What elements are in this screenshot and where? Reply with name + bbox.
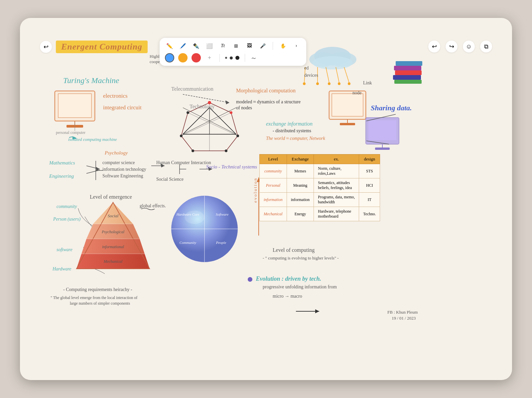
svg-line-41 [181, 113, 231, 136]
personal-computer-label: personal computer [56, 130, 85, 135]
svg-line-10 [344, 67, 349, 83]
telecom-label: Telecommunication [171, 86, 213, 92]
add-color-button[interactable]: + [205, 53, 214, 62]
modeled-dynamics-label: modeled ≈ dynamics of a structure [236, 99, 301, 105]
text-icon[interactable]: Tt [218, 41, 227, 50]
row4-level: Mechanical [260, 207, 287, 221]
hci-label: Human Computer Interaction [156, 160, 211, 165]
software-left-label: software [57, 247, 72, 252]
svg-marker-66 [315, 309, 319, 313]
grid-icon[interactable]: ⊞ [231, 41, 241, 50]
pen-icon[interactable]: 🖊️ [178, 41, 188, 50]
svg-line-50 [183, 94, 229, 103]
svg-point-3 [313, 56, 352, 69]
dot-medium[interactable] [230, 56, 233, 59]
svg-text:informational: informational [102, 245, 124, 249]
dot-small[interactable] [225, 57, 227, 59]
large-numbers-label: large numbers of simpler components [70, 301, 130, 306]
micro-macro-label: micro → macro [273, 294, 302, 299]
table-header-ex: ex. [314, 154, 359, 164]
svg-point-48 [180, 135, 183, 137]
info-table: Level Exchange ex. design community Meme… [259, 154, 380, 221]
computing-evolving-label: - " computing is evolving to higher leve… [263, 255, 339, 261]
pie-circle: Hardware Core Software Community People [170, 194, 239, 264]
psychology-label: Psychology [105, 150, 128, 156]
wave-icon[interactable]: ～ [250, 53, 257, 62]
it-label: information technology [102, 167, 146, 172]
cs-label: computer science [102, 160, 135, 165]
svg-point-49 [187, 111, 189, 114]
svg-point-7 [328, 82, 331, 85]
fb-credit-label: FB : Khun Pleum [387, 310, 418, 315]
global-emerge-label: " The global level emerge from the local… [51, 295, 137, 300]
svg-text:Psychological: Psychological [101, 230, 125, 234]
row3-ex: Programs, data, memo, bandwidth [314, 193, 359, 207]
marker-icon[interactable]: ✒️ [192, 41, 201, 50]
svg-point-13 [303, 82, 306, 85]
svg-text:Social: Social [108, 213, 119, 218]
toolbar-row-bottom: + ～ [165, 53, 301, 62]
integrated-circuit-label: integrated circuit [103, 104, 142, 111]
technology-label: Technology [190, 104, 214, 110]
table-header-level: Level [260, 154, 287, 164]
row2-design: HCI [359, 178, 380, 193]
svg-point-47 [192, 149, 194, 152]
row4-ex: Hardware, telephone motherboard [314, 207, 359, 221]
se-label: Software Engineering [102, 173, 143, 179]
svg-rect-32 [394, 80, 422, 84]
dot-large[interactable] [235, 56, 239, 60]
row2-exchange: Meaning [287, 178, 314, 193]
divider [273, 42, 273, 50]
svg-rect-23 [340, 123, 355, 125]
computing-req-label: - Computing requirements heirachy - [63, 287, 132, 292]
color-orange-button[interactable] [178, 53, 188, 62]
social-science-label: Social Science [156, 177, 184, 182]
toolbar-row-top: ✏️ 🖊️ ✒️ ⬜ Tt ⊞ 🖼 🎤 ✋ › [165, 41, 301, 50]
turing-machine-label: Turing's Machine [63, 76, 119, 85]
world-network-label: The world ≈ computer, Network [266, 136, 325, 141]
sts-label: Socio - Technical systems [206, 164, 257, 170]
isolated-label: isolated computing machine [68, 137, 117, 142]
device-frame: ↩ Energent Computing ↩ ↪ ☺ ⧉ ✏️ 🖊️ ✒️ ⬜ … [20, 18, 512, 380]
row1-level: community [260, 164, 287, 178]
row1-ex: Norm, culture, roles,Laws [314, 164, 359, 178]
more-icon[interactable]: › [292, 41, 301, 50]
svg-point-44 [230, 111, 232, 114]
svg-rect-31 [393, 75, 421, 80]
svg-rect-27 [375, 148, 390, 150]
electronics-label: electronics [103, 93, 128, 99]
morphological-label: Morphological computation [236, 88, 296, 94]
image-icon[interactable]: 🖼 [245, 41, 254, 50]
hand-icon[interactable]: ✋ [278, 41, 288, 50]
svg-text:Mechanical: Mechanical [103, 259, 123, 264]
row2-level: Personal [260, 178, 287, 193]
color-blue-button[interactable] [165, 53, 174, 62]
svg-line-8 [336, 67, 339, 83]
mic-icon[interactable]: 🎤 [258, 41, 267, 50]
table-header-design: design [359, 154, 380, 164]
engineering-label: Engineering [49, 173, 74, 179]
svg-text:People: People [216, 241, 226, 245]
row2-ex: Semantics, attitudes beliefs, feelings, … [314, 178, 359, 193]
row1-exchange: Memes [287, 164, 314, 178]
triangle-pyramid: Social Psychological informational Mecha… [73, 199, 153, 272]
level-computing-label: Level of computing [273, 247, 315, 253]
svg-point-9 [338, 82, 340, 85]
table-row: Mechanical Energy Hardware, telephone mo… [260, 207, 380, 221]
toolbar: ✏️ 🖊️ ✒️ ⬜ Tt ⊞ 🖼 🎤 ✋ › + ～ [160, 38, 306, 66]
svg-point-91 [185, 211, 204, 224]
dot-sizes [225, 56, 239, 60]
row3-design: IT [359, 193, 380, 207]
distributed-label: - distributed systems [273, 128, 311, 134]
eraser-icon[interactable]: ⬜ [205, 41, 214, 50]
svg-text:Community: Community [180, 241, 197, 245]
svg-rect-28 [396, 61, 422, 66]
color-red-button[interactable] [192, 53, 201, 62]
pencil-icon[interactable]: ✏️ [165, 41, 174, 50]
evolution-vertical-label: evolution [253, 177, 258, 203]
svg-text:Software: Software [216, 212, 229, 216]
table-row: Personal Meaning Semantics, attitudes be… [260, 178, 380, 193]
svg-point-5 [316, 82, 319, 85]
svg-rect-16 [58, 94, 91, 118]
table-row: information information Programs, data, … [260, 193, 380, 207]
